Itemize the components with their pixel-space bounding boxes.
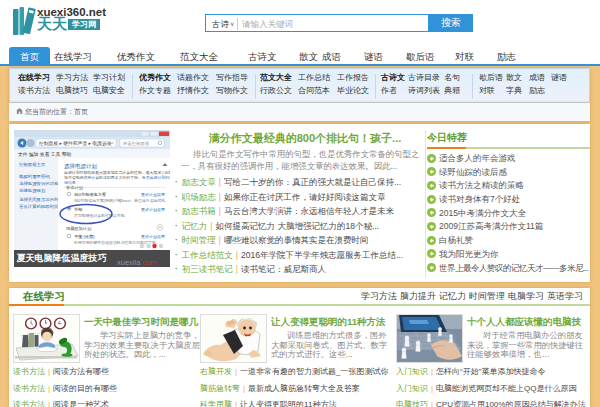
svg-text:尽可能降低计算机性能以节能.: 尽可能降低计算机性能以节能. xyxy=(74,213,126,218)
svg-text:控制面板主页: 控制面板主页 xyxy=(18,162,46,167)
svg-text:首选计划: 首选计划 xyxy=(65,185,84,190)
svg-text:选择电源按钮的功能: 选择电源按钮的功能 xyxy=(19,181,59,186)
svg-text:控制面板 ▸ 硬件和声音 ▸ 电源选项: 控制面板 ▸ 硬件和声音 ▸ 电源选项 xyxy=(38,140,112,147)
svg-text:xuexila.com: xuexila.com xyxy=(117,258,157,267)
svg-text:文件 编辑 查看 工具 帮助: 文件 编辑 查看 工具 帮助 xyxy=(18,151,72,158)
svg-text:夏天电脑降低温度技巧: 夏天电脑降低温度技巧 xyxy=(17,253,107,263)
svg-text:地节省能源或使计算机达到两者之间的平衡。有关电源计划的详: 地节省能源或使计算机达到两者之间的平衡。有关电源计划的详 xyxy=(63,175,170,180)
svg-text:360节能省电方案(附测)小幅least，单位运行省电优化.: 360节能省电方案(附测)小幅least，单位运行省电优化. xyxy=(74,198,166,203)
svg-text:节能: 节能 xyxy=(74,207,83,212)
svg-text:360节能省电方案: 360节能省电方案 xyxy=(74,192,106,197)
svg-text:创建电源规划: 创建电源规划 xyxy=(19,188,45,193)
svg-text:选择电源计划: 选择电源计划 xyxy=(64,163,97,170)
svg-text:利用可用的硬件自动在功耗与性能之间取得平衡.: 利用可用的硬件自动在功耗与性能之间取得平衡. xyxy=(74,240,157,245)
svg-text:搜索控制面板: 搜索控制面板 xyxy=(122,141,150,146)
